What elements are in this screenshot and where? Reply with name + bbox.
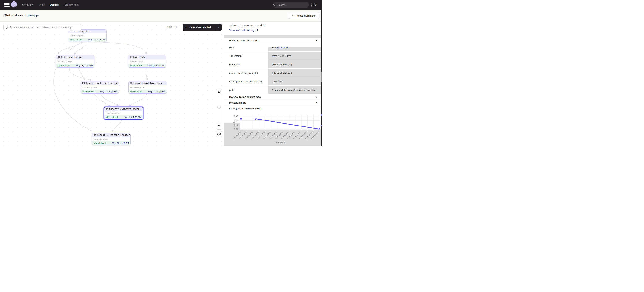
nav-item-deployment[interactable]: Deployment: [64, 3, 79, 7]
dagster-logo-icon[interactable]: [10, 1, 18, 9]
page-header: Global Asset Lineage ↻ Reload definition…: [0, 10, 322, 22]
search-icon: [273, 2, 276, 8]
materialized-status: Materialized: [70, 39, 82, 41]
svg-text:0.30: 0.30: [234, 128, 238, 130]
materialize-dropdown-caret[interactable]: ▾: [216, 26, 222, 29]
metadata-row-Timestamp: TimestampMay 23, 1:23 PM: [224, 52, 321, 60]
show-markdown-link[interactable]: [Show Markdown]: [272, 63, 292, 66]
metadata-value: [Show Markdown]: [268, 69, 321, 77]
materialized-status: Materialized: [82, 90, 94, 93]
materialized-timestamp[interactable]: May 23, 1:23 PM: [76, 64, 93, 67]
asset-node-body: No description: [81, 85, 118, 90]
scrollbar-thumb[interactable]: [321, 72, 322, 82]
metadata-value: 0.300855: [268, 77, 321, 86]
svg-text:Value: Value: [233, 120, 235, 125]
metadata-value: [Show Markdown]: [268, 60, 321, 69]
asset-name: transformed_training_data: [86, 82, 119, 85]
materialized-status: Materialized: [58, 64, 70, 67]
materialize-selected-button[interactable]: ✦ Materialize selected ▾: [182, 24, 222, 31]
asset-description: No description: [94, 138, 108, 140]
materialized-timestamp[interactable]: May 23, 1:23 PM: [148, 64, 164, 67]
nav-links: Overview Runs Assets Deployment: [22, 0, 79, 10]
metadata-row-score--mean_absolute_error-: score (mean_absolute_error)0.300855: [224, 77, 321, 86]
run-id-link[interactable]: 242374ad: [276, 46, 288, 49]
download-icon: [217, 132, 221, 136]
metadata-label: path: [224, 86, 268, 94]
asset-node-training_data[interactable]: training_dataNo descriptionMaterializedM…: [68, 29, 107, 42]
zoom-slider[interactable]: [216, 95, 222, 124]
selection-highlight-band: [224, 35, 321, 38]
asset-description: No description: [58, 60, 72, 63]
asset-node-transformed_training_data[interactable]: transformed_training_dataNo descriptionM…: [81, 81, 119, 94]
last-run-metadata-table: RunRun 242374adTimestampMay 23, 1:23 PMr…: [224, 43, 321, 94]
asset-name: transformed_test_data: [134, 82, 162, 85]
asset-name: latest_…_comment_predictions: [97, 134, 130, 136]
chevron-down-icon: ▾: [316, 39, 317, 42]
metadata-label: rmse plot: [224, 60, 268, 69]
asset-node-test_data[interactable]: test_dataNo descriptionMaterializedMay 2…: [128, 55, 166, 68]
materialized-timestamp[interactable]: May 23, 1:23 PM: [100, 90, 117, 93]
materialized-status: Materialized: [106, 116, 118, 118]
path-link[interactable]: /Users/odetteharary/Documents/version: [272, 89, 316, 92]
asset-node-footer: MaterializedMay 23, 1:23 PM: [92, 141, 130, 145]
asset-subset-filter[interactable]: [4, 24, 81, 31]
op-selector-icon: [6, 26, 8, 29]
hamburger-menu-icon[interactable]: [4, 3, 10, 7]
search-shortcut-badge: /: [312, 3, 312, 7]
materialized-timestamp[interactable]: May 23, 1:23 PM: [124, 116, 141, 118]
zoom-out-button[interactable]: [216, 124, 222, 129]
asset-description: No description: [82, 86, 97, 89]
metadata-value: Run 242374ad: [268, 43, 321, 52]
global-search[interactable]: /: [273, 2, 309, 8]
download-image-button[interactable]: [216, 131, 222, 137]
search-input[interactable]: [278, 4, 312, 7]
materialized-timestamp[interactable]: May 23, 1:23 PM: [112, 142, 129, 144]
nav-item-runs[interactable]: Runs: [39, 3, 45, 7]
asset-name-title: xgboost_comments_model: [229, 24, 265, 27]
section-metadata-plots[interactable]: Metadata plots ▾: [224, 100, 321, 106]
nav-item-assets[interactable]: Assets: [50, 3, 59, 7]
asset-node-body: No description: [68, 34, 106, 38]
asset-description: No description: [130, 86, 144, 89]
asset-name: tfidf_vectorizer: [61, 56, 83, 59]
section-materialization-system-tags[interactable]: Materialization system tags ▸: [224, 94, 321, 100]
asset-description: No description: [106, 112, 120, 114]
asset-name: test_data: [133, 56, 146, 59]
materialized-timestamp[interactable]: May 23, 1:23 PM: [88, 39, 105, 41]
external-link-icon: [255, 29, 258, 31]
metadata-label: score (mean_absolute_error): [224, 77, 268, 86]
zoom-slider-track[interactable]: [219, 97, 220, 122]
asset-node-footer: MaterializedMay 23, 1:23 PM: [68, 38, 106, 42]
asset-description: No description: [70, 35, 84, 37]
lineage-graph-canvas[interactable]: training_dataNo descriptionMaterializedM…: [0, 22, 224, 146]
nav-item-overview[interactable]: Overview: [22, 3, 34, 7]
metadata-row-rmse-plot: rmse plot[Show Markdown]: [224, 60, 321, 69]
materialized-timestamp[interactable]: May 23, 1:23 PM: [148, 90, 165, 93]
reload-definitions-button[interactable]: ↻ Reload definitions: [288, 13, 319, 19]
asset-node-xgboost_comments_model[interactable]: xgboost_comments_modelNo descriptionMate…: [104, 107, 143, 120]
asset-node-header: transformed_test_data: [129, 81, 166, 85]
asset-node-tfidf_vectorizer[interactable]: tfidf_vectorizerNo descriptionMaterializ…: [56, 55, 94, 68]
view-in-asset-catalog-link[interactable]: View in Asset Catalog: [229, 29, 258, 32]
refresh-icon[interactable]: ↻: [174, 25, 177, 29]
section-materialization-last-run[interactable]: Materialization in last run ▾: [224, 38, 321, 43]
show-markdown-link[interactable]: [Show Markdown]: [272, 72, 292, 75]
asset-node-header: xgboost_comments_model: [104, 107, 143, 111]
gear-icon[interactable]: ⚙: [313, 3, 316, 7]
zoom-slider-thumb[interactable]: [218, 106, 220, 109]
zoom-in-button[interactable]: [216, 89, 222, 95]
metadata-plot-title: score (mean_absolute_error): [229, 107, 261, 110]
materialized-status: Materialized: [94, 142, 106, 144]
asset-node-header: transformed_training_data: [81, 81, 118, 85]
asset-subset-input[interactable]: [10, 26, 79, 29]
asset-node-footer: MaterializedMay 23, 1:23 PM: [104, 115, 143, 119]
asset-node-latest__comment_predictions[interactable]: latest_…_comment_predictionsNo descripti…: [92, 133, 130, 145]
table-grid-icon: [58, 56, 60, 59]
svg-text:Timestamp: Timestamp: [274, 141, 285, 143]
asset-node-header: tfidf_vectorizer: [56, 56, 94, 59]
asset-node-header: latest_…_comment_predictions: [92, 133, 130, 137]
metadata-row-Run: RunRun 242374ad: [224, 43, 321, 52]
asset-node-transformed_test_data[interactable]: transformed_test_dataNo descriptionMater…: [128, 81, 167, 94]
refresh-timer: 0:18: [166, 26, 172, 29]
edge-mark: [321, 115, 322, 116]
